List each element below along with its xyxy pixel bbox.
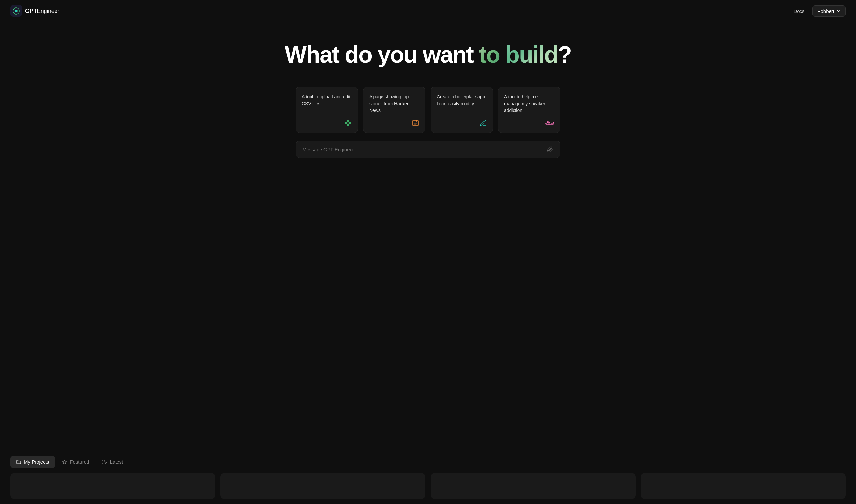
hero-title: What do you want to build? — [285, 42, 571, 68]
message-input-wrapper — [296, 141, 560, 158]
card-3-text: Create a boilerplate app I can easily mo… — [437, 94, 487, 114]
docs-link[interactable]: Docs — [793, 8, 804, 14]
suggestion-card-3[interactable]: Create a boilerplate app I can easily mo… — [431, 87, 493, 133]
logo-area: GPTEngineer — [10, 5, 59, 17]
logo-icon — [10, 5, 22, 17]
card-3-icon — [437, 119, 487, 127]
paperclip-icon — [547, 146, 554, 152]
message-input-container — [289, 141, 567, 158]
tab-my-projects-label: My Projects — [24, 459, 49, 465]
moon-icon — [102, 460, 107, 465]
suggestion-card-2[interactable]: A page showing top stories from Hacker N… — [363, 87, 425, 133]
svg-rect-3 — [345, 120, 347, 122]
tab-featured-label: Featured — [70, 459, 89, 465]
card-1-icon — [302, 119, 352, 127]
svg-rect-5 — [345, 124, 347, 126]
tab-latest-label: Latest — [110, 459, 123, 465]
user-menu-button[interactable]: Robbert — [813, 5, 846, 17]
suggestion-card-1[interactable]: A tool to upload and edit CSV files — [296, 87, 358, 133]
header: GPTEngineer Docs Robbert — [0, 0, 856, 22]
hero-title-to: to — [479, 42, 500, 68]
attach-button[interactable] — [547, 146, 554, 152]
logo-text: GPTEngineer — [25, 8, 59, 15]
bottom-section: My Projects Featured Latest — [0, 451, 856, 504]
suggestion-card-4[interactable]: A tool to help me manage my sneaker addi… — [498, 87, 560, 133]
card-4-text: A tool to help me manage my sneaker addi… — [504, 94, 554, 114]
suggestion-cards: A tool to upload and edit CSV files A pa… — [289, 87, 567, 133]
hero-title-build: build — [505, 42, 558, 68]
header-right: Docs Robbert — [793, 5, 846, 17]
tab-my-projects[interactable]: My Projects — [10, 456, 55, 468]
card-2-icon — [369, 119, 419, 127]
project-card-1[interactable] — [10, 473, 215, 499]
hero-title-end: ? — [558, 42, 571, 68]
svg-point-2 — [15, 10, 17, 12]
project-card-4[interactable] — [641, 473, 846, 499]
user-name: Robbert — [817, 8, 834, 14]
project-card-2[interactable] — [220, 473, 425, 499]
project-card-3[interactable] — [431, 473, 636, 499]
svg-rect-4 — [349, 120, 351, 122]
hero-title-part1: What do you want — [285, 42, 479, 68]
card-2-text: A page showing top stories from Hacker N… — [369, 94, 419, 114]
tabs-bar: My Projects Featured Latest — [0, 451, 856, 468]
tab-featured[interactable]: Featured — [56, 456, 95, 468]
star-icon — [62, 460, 67, 465]
card-1-text: A tool to upload and edit CSV files — [302, 94, 352, 114]
tab-latest[interactable]: Latest — [96, 456, 129, 468]
main-content: What do you want to build? A tool to upl… — [0, 0, 856, 203]
folder-icon — [16, 460, 21, 465]
svg-rect-7 — [412, 120, 418, 126]
card-4-icon — [504, 119, 554, 127]
svg-rect-6 — [349, 124, 351, 126]
projects-grid — [0, 468, 856, 504]
chevron-down-icon — [836, 9, 841, 13]
message-input[interactable] — [302, 147, 547, 152]
